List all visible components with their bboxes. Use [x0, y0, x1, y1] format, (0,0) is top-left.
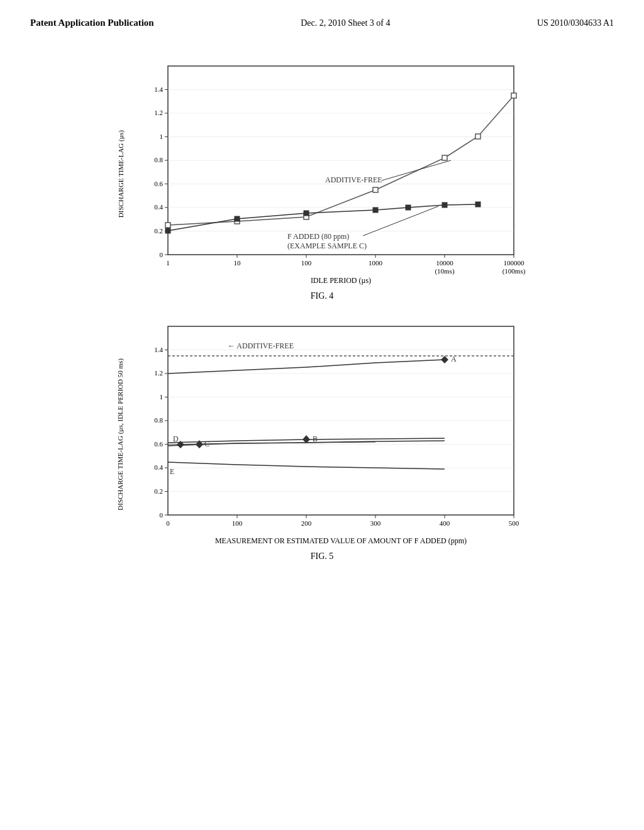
svg-text:MEASUREMENT OR ESTIMATED VALUE: MEASUREMENT OR ESTIMATED VALUE OF AMOUNT…: [215, 536, 467, 545]
fig4-y-label: DISCHARGE TIME-LAG (µs): [111, 60, 130, 289]
page-header: Patent Application Publication Dec. 2, 2…: [0, 0, 644, 28]
svg-text:A: A: [451, 355, 457, 363]
figures-container: DISCHARGE TIME-LAG (µs) 0 0.2 0.4 0.6 0.…: [0, 28, 644, 574]
svg-text:300: 300: [370, 519, 381, 527]
svg-text:200: 200: [301, 519, 312, 527]
svg-text:0.4: 0.4: [154, 463, 163, 471]
svg-text:0: 0: [160, 251, 164, 258]
svg-text:IDLE PERIOD (µs): IDLE PERIOD (µs): [311, 276, 371, 285]
svg-text:D: D: [173, 434, 179, 443]
svg-text:1.2: 1.2: [154, 369, 163, 377]
svg-text:0.2: 0.2: [154, 227, 163, 235]
svg-rect-44: [511, 93, 516, 98]
svg-text:← ADDITIVE-FREE: ← ADDITIVE-FREE: [228, 341, 294, 350]
svg-text:1: 1: [166, 259, 170, 267]
svg-text:(EXAMPLE SAMPLE C): (EXAMPLE SAMPLE C): [287, 241, 367, 250]
svg-rect-38: [165, 223, 170, 228]
svg-text:0.8: 0.8: [154, 416, 163, 424]
svg-text:0: 0: [166, 519, 170, 527]
header-right: US 2010/0304633 A1: [537, 18, 614, 28]
svg-text:10000: 10000: [436, 259, 453, 267]
fig4-wrapper: DISCHARGE TIME-LAG (µs) 0 0.2 0.4 0.6 0.…: [111, 60, 533, 289]
fig5-chart: 0 0.2 0.4 0.6 0.8 1 1.2 1.4 100: [130, 320, 533, 546]
svg-rect-50: [442, 202, 447, 208]
svg-text:400: 400: [440, 519, 450, 527]
svg-text:0: 0: [160, 511, 164, 519]
svg-text:10: 10: [234, 259, 242, 267]
svg-rect-45: [165, 228, 170, 233]
svg-text:(100ms): (100ms): [502, 267, 526, 275]
svg-text:500: 500: [509, 519, 519, 527]
svg-text:E: E: [170, 467, 174, 476]
svg-rect-42: [442, 155, 447, 160]
svg-text:0.4: 0.4: [154, 203, 163, 211]
header-center: Dec. 2, 2010 Sheet 3 of 4: [301, 18, 390, 28]
svg-text:1.4: 1.4: [154, 86, 163, 93]
fig4-chart: 0 0.2 0.4 0.6 0.8 1 1.2 1.4: [130, 60, 533, 286]
svg-rect-46: [235, 216, 240, 221]
svg-text:0.6: 0.6: [154, 180, 163, 187]
svg-text:100000: 100000: [504, 259, 525, 267]
svg-text:1.2: 1.2: [154, 109, 163, 116]
svg-text:0.2: 0.2: [154, 487, 163, 495]
svg-text:1.4: 1.4: [154, 346, 163, 353]
svg-rect-47: [304, 211, 309, 216]
svg-rect-43: [475, 134, 480, 139]
header-left: Patent Application Publication: [30, 18, 154, 28]
svg-rect-41: [373, 187, 378, 192]
fig4-caption: FIG. 4: [311, 291, 334, 301]
svg-rect-48: [373, 208, 378, 213]
svg-rect-51: [475, 202, 480, 207]
svg-text:(10ms): (10ms): [435, 267, 455, 275]
svg-text:100: 100: [232, 519, 243, 527]
fig5-wrapper: DISCHARGE TIME-LAG (µs, IDLE PERIOD 50 m…: [111, 320, 533, 549]
svg-text:F ADDED (80 ppm): F ADDED (80 ppm): [287, 232, 349, 241]
svg-text:0.8: 0.8: [154, 156, 163, 163]
svg-text:100: 100: [301, 259, 312, 267]
svg-text:1000: 1000: [369, 259, 383, 267]
svg-text:ADDITIVE-FREE: ADDITIVE-FREE: [325, 175, 382, 184]
svg-text:1: 1: [160, 133, 164, 140]
svg-text:B: B: [313, 434, 318, 443]
svg-text:0.6: 0.6: [154, 440, 163, 448]
svg-rect-49: [406, 205, 411, 210]
fig5-y-label: DISCHARGE TIME-LAG (µs, IDLE PERIOD 50 m…: [111, 320, 130, 549]
svg-text:1: 1: [160, 393, 164, 401]
fig5-caption: FIG. 5: [311, 551, 334, 562]
